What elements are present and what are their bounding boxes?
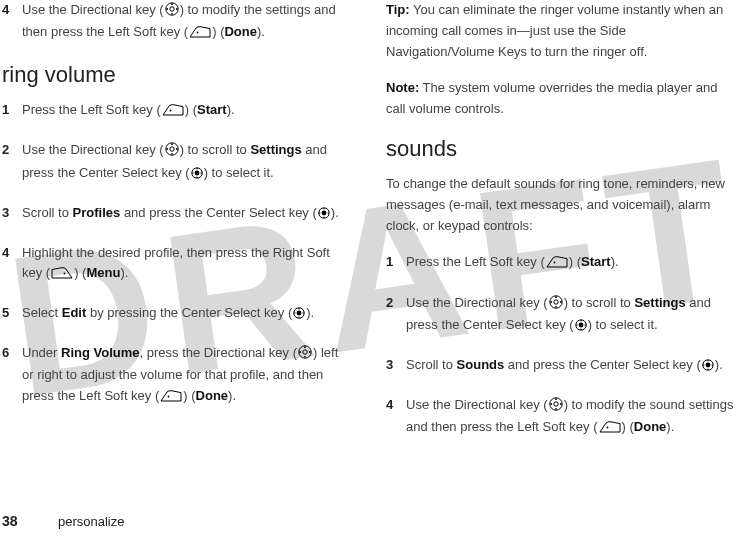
left-column: 4 Use the Directional key () to modify t… <box>2 0 352 495</box>
step-4: 4 Highlight the desired profile, then pr… <box>2 243 352 285</box>
step-number: 5 <box>2 303 22 325</box>
text: ) ( <box>212 24 224 39</box>
right-column: Tip: You can eliminate the ringer volume… <box>386 0 736 495</box>
section-name: personalize <box>58 514 125 529</box>
label-profiles: Profiles <box>73 205 121 220</box>
step-number: 4 <box>2 243 22 285</box>
text: Use the Directional key ( <box>22 142 164 157</box>
step-2-r: 2 Use the Directional key () to scroll t… <box>386 293 736 337</box>
text: Under <box>22 345 61 360</box>
text: and press the Center Select key ( <box>504 357 701 372</box>
label-settings: Settings <box>250 142 301 157</box>
label-ring-volume: Ring Volume <box>61 345 139 360</box>
step-number: 1 <box>386 252 406 274</box>
step-number: 2 <box>2 140 22 184</box>
left-soft-key-icon <box>546 254 568 274</box>
directional-key-icon <box>549 295 563 315</box>
text: ) to select it. <box>204 165 274 180</box>
step-body: Use the Directional key () to scroll to … <box>22 140 352 184</box>
directional-key-icon <box>298 345 312 365</box>
tip-label: Tip: <box>386 2 410 17</box>
directional-key-icon <box>549 397 563 417</box>
heading-sounds: sounds <box>386 136 736 162</box>
left-soft-key-icon <box>599 419 621 439</box>
label-menu: Menu <box>86 265 120 280</box>
step-number: 3 <box>386 355 406 377</box>
step-1: 1 Press the Left Soft key () (Start). <box>2 100 352 122</box>
text: ) ( <box>183 388 195 403</box>
text: and press the Center Select key ( <box>120 205 317 220</box>
label-done: Done <box>634 419 667 434</box>
right-soft-key-icon <box>51 265 73 285</box>
tip-paragraph: Tip: You can eliminate the ringer volume… <box>386 0 736 62</box>
heading-ring-volume: ring volume <box>2 62 352 88</box>
step-body: Use the Directional key () to modify the… <box>22 0 352 44</box>
note-label: Note: <box>386 80 419 95</box>
step-2: 2 Use the Directional key () to scroll t… <box>2 140 352 184</box>
text: Press the Left Soft key ( <box>22 102 161 117</box>
text: ). <box>715 357 723 372</box>
step-6: 6 Under Ring Volume, press the Direction… <box>2 343 352 407</box>
text: ) ( <box>185 102 197 117</box>
text: ). <box>666 419 674 434</box>
footer: 38 personalize <box>2 495 736 529</box>
center-select-key-icon <box>293 305 305 325</box>
text: Press the Left Soft key ( <box>406 254 545 269</box>
text: Use the Directional key ( <box>406 295 548 310</box>
step-body: Press the Left Soft key () (Start). <box>22 100 352 122</box>
note-paragraph: Note: The system volume overrides the me… <box>386 78 736 120</box>
step-body: Use the Directional key () to modify the… <box>406 395 736 439</box>
text: ). <box>611 254 619 269</box>
text: ). <box>331 205 339 220</box>
sounds-intro: To change the default sounds for ring to… <box>386 174 736 236</box>
step-body: Use the Directional key () to scroll to … <box>406 293 736 337</box>
label-start: Start <box>197 102 227 117</box>
label-settings: Settings <box>634 295 685 310</box>
text: ) to scroll to <box>180 142 251 157</box>
step-number: 4 <box>386 395 406 439</box>
text: ). <box>257 24 265 39</box>
step-1-r: 1 Press the Left Soft key () (Start). <box>386 252 736 274</box>
step-4-r: 4 Use the Directional key () to modify t… <box>386 395 736 439</box>
step-body: Select Edit by pressing the Center Selec… <box>22 303 352 325</box>
step-number: 6 <box>2 343 22 407</box>
step-3-r: 3 Scroll to Sounds and press the Center … <box>386 355 736 377</box>
text: , press the Directional key ( <box>140 345 298 360</box>
text: ) ( <box>74 265 86 280</box>
center-select-key-icon <box>575 317 587 337</box>
center-select-key-icon <box>318 205 330 225</box>
center-select-key-icon <box>191 165 203 185</box>
step-4-top: 4 Use the Directional key () to modify t… <box>2 0 352 44</box>
step-body: Press the Left Soft key () (Start). <box>406 252 736 274</box>
step-5: 5 Select Edit by pressing the Center Sel… <box>2 303 352 325</box>
text: Use the Directional key ( <box>406 397 548 412</box>
label-edit: Edit <box>62 305 87 320</box>
step-body: Scroll to Sounds and press the Center Se… <box>406 355 736 377</box>
text: Use the Directional key ( <box>22 2 164 17</box>
step-number: 3 <box>2 203 22 225</box>
text: ) to select it. <box>588 317 658 332</box>
step-body: Scroll to Profiles and press the Center … <box>22 203 352 225</box>
step-number: 1 <box>2 100 22 122</box>
step-body: Under Ring Volume, press the Directional… <box>22 343 352 407</box>
text: ). <box>228 388 236 403</box>
label-done: Done <box>224 24 257 39</box>
text: ). <box>120 265 128 280</box>
note-text: The system volume overrides the media pl… <box>386 80 717 116</box>
text: ). <box>306 305 314 320</box>
text: ). <box>227 102 235 117</box>
text: ) ( <box>569 254 581 269</box>
text: Scroll to <box>22 205 73 220</box>
text: Select <box>22 305 62 320</box>
label-start: Start <box>581 254 611 269</box>
directional-key-icon <box>165 142 179 162</box>
label-sounds: Sounds <box>457 357 505 372</box>
text: ) to scroll to <box>564 295 635 310</box>
left-soft-key-icon <box>162 102 184 122</box>
label-done: Done <box>196 388 229 403</box>
step-number: 2 <box>386 293 406 337</box>
step-body: Highlight the desired profile, then pres… <box>22 243 352 285</box>
text: Scroll to <box>406 357 457 372</box>
left-soft-key-icon <box>160 388 182 408</box>
step-3: 3 Scroll to Profiles and press the Cente… <box>2 203 352 225</box>
